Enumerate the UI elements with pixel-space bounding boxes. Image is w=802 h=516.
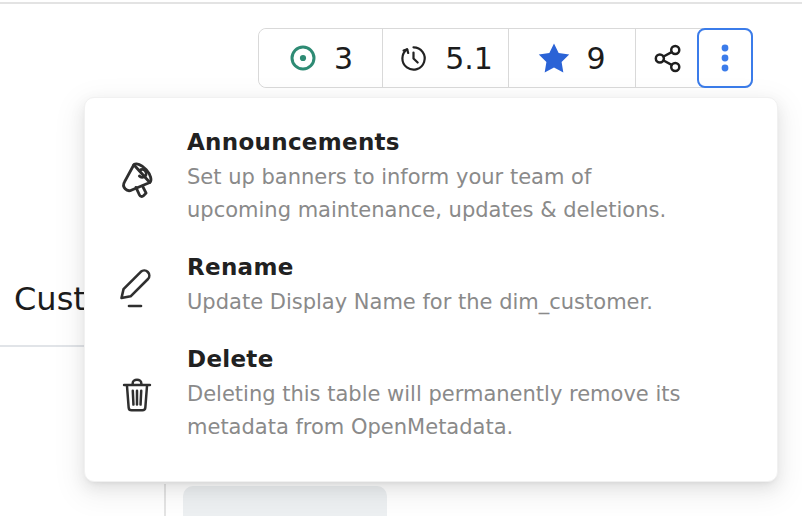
grade-count-button[interactable]: 3 (259, 29, 382, 87)
manage-dropdown-menu: Announcements Set up banners to inform y… (84, 97, 778, 482)
menu-item-description: Set up banners to inform your team of up… (187, 161, 692, 227)
more-options-button[interactable] (697, 28, 753, 88)
star-count: 9 (586, 41, 605, 76)
circle-dot-icon (288, 43, 318, 73)
version-number: 5.1 (445, 41, 493, 76)
star-icon (538, 42, 570, 74)
background-tab-label: Cust (14, 280, 86, 318)
ellipsis-vertical-icon (710, 41, 740, 75)
history-icon (398, 43, 429, 74)
background-button (183, 486, 387, 516)
menu-item-title: Rename (187, 254, 653, 280)
menu-item-announcements[interactable]: Announcements Set up banners to inform y… (109, 129, 749, 227)
menu-item-rename[interactable]: Rename Update Display Name for the dim_c… (109, 254, 749, 319)
version-history-button[interactable]: 5.1 (382, 29, 508, 87)
menu-item-title: Delete (187, 346, 692, 372)
menu-item-title: Announcements (187, 129, 692, 155)
star-count-button[interactable]: 9 (508, 29, 635, 87)
trash-icon (109, 372, 165, 418)
background-panel-divider (164, 484, 166, 516)
menu-item-description: Update Display Name for the dim_customer… (187, 286, 653, 319)
grade-count: 3 (334, 41, 353, 76)
megaphone-icon (109, 152, 165, 204)
menu-item-delete[interactable]: Delete Deleting this table will permanen… (109, 346, 749, 444)
pencil-icon (109, 262, 165, 310)
share-icon (652, 43, 683, 74)
menu-item-description: Deleting this table will permanently rem… (187, 378, 692, 444)
share-button[interactable] (635, 29, 698, 87)
page-header-divider (0, 2, 802, 4)
entity-actions-toolbar: 3 5.1 9 (258, 28, 753, 88)
